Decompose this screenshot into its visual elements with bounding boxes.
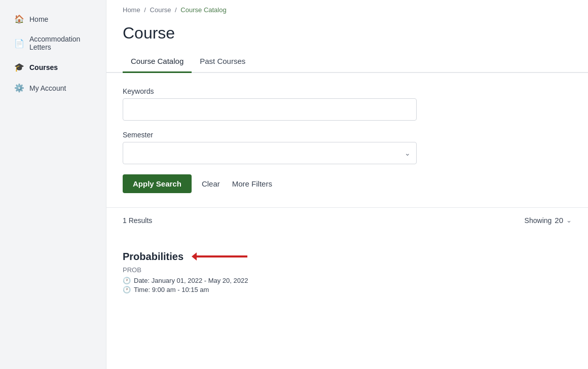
tab-bar: Course Catalog Past Courses — [106, 51, 588, 73]
semester-group: Semester Spring 2022 Fall 2022 Spring 20… — [123, 131, 572, 164]
breadcrumb-course[interactable]: Course — [150, 6, 171, 14]
breadcrumb-sep-2: / — [175, 6, 177, 14]
svg-marker-1 — [192, 252, 197, 261]
table-row: Probabilities PROB 🕐 Date: January 01, 2… — [123, 243, 572, 300]
course-title-row: Probabilities — [123, 249, 572, 264]
search-buttons: Apply Search Clear More Filters — [123, 174, 572, 193]
arrow-icon — [192, 249, 252, 264]
results-count: 1 Results — [123, 216, 152, 225]
arrow-annotation — [192, 249, 252, 264]
document-icon: 📄 — [14, 39, 24, 48]
sidebar-item-label: My Account — [29, 84, 66, 92]
keywords-label: Keywords — [123, 87, 572, 95]
semester-select[interactable]: Spring 2022 Fall 2022 Spring 2023 — [123, 142, 417, 164]
more-filters-button[interactable]: More Filters — [230, 174, 274, 193]
sidebar: 🏠 Home 📄 Accommodation Letters 🎓 Courses… — [0, 0, 106, 369]
sidebar-item-label: Accommodation Letters — [29, 35, 92, 51]
course-date-row: 🕐 Date: January 01, 2022 - May 20, 2022 — [123, 277, 572, 284]
page-title: Course — [106, 20, 588, 51]
course-list: Probabilities PROB 🕐 Date: January 01, 2… — [106, 233, 588, 310]
breadcrumb-sep-1: / — [144, 6, 146, 14]
keywords-input[interactable] — [123, 98, 417, 121]
course-name[interactable]: Probabilities — [123, 251, 183, 263]
sidebar-item-label: Courses — [29, 63, 58, 71]
course-date: Date: January 01, 2022 - May 20, 2022 — [134, 277, 248, 284]
breadcrumb-home[interactable]: Home — [123, 6, 140, 14]
apply-search-button[interactable]: Apply Search — [123, 174, 192, 193]
sidebar-item-home[interactable]: 🏠 Home — [4, 9, 102, 29]
gear-icon: ⚙️ — [14, 83, 24, 93]
clock-icon: 🕐 — [123, 277, 131, 284]
showing-row: Showing 20 ⌄ — [525, 216, 572, 225]
search-section: Keywords Semester Spring 2022 Fall 2022 … — [106, 73, 588, 207]
course-time: Time: 9:00 am - 10:15 am — [134, 286, 209, 293]
results-bar: 1 Results Showing 20 ⌄ — [106, 207, 588, 233]
tab-past-courses[interactable]: Past Courses — [192, 51, 253, 73]
showing-value: 20 — [555, 216, 563, 225]
tab-course-catalog[interactable]: Course Catalog — [123, 51, 192, 73]
keywords-group: Keywords — [123, 87, 572, 121]
showing-label: Showing — [525, 216, 552, 225]
semester-select-wrapper: Spring 2022 Fall 2022 Spring 2023 ⌄ — [123, 142, 417, 164]
sidebar-item-label: Home — [29, 15, 48, 23]
sidebar-item-accommodation-letters[interactable]: 📄 Accommodation Letters — [4, 30, 102, 56]
semester-label: Semester — [123, 131, 572, 139]
graduation-icon: 🎓 — [14, 62, 24, 72]
course-time-row: 🕐 Time: 9:00 am - 10:15 am — [123, 286, 572, 293]
home-icon: 🏠 — [14, 14, 24, 24]
main-content: Home / Course / Course Catalog Course Co… — [106, 0, 588, 369]
course-code: PROB — [123, 266, 572, 274]
sidebar-item-my-account[interactable]: ⚙️ My Account — [4, 78, 102, 98]
breadcrumb-current: Course Catalog — [180, 6, 226, 14]
course-meta: 🕐 Date: January 01, 2022 - May 20, 2022 … — [123, 277, 572, 293]
chevron-down-icon[interactable]: ⌄ — [566, 216, 572, 224]
sidebar-item-courses[interactable]: 🎓 Courses — [4, 57, 102, 77]
breadcrumb: Home / Course / Course Catalog — [106, 0, 588, 20]
clear-button[interactable]: Clear — [200, 174, 222, 193]
clock-icon-2: 🕐 — [123, 286, 131, 293]
